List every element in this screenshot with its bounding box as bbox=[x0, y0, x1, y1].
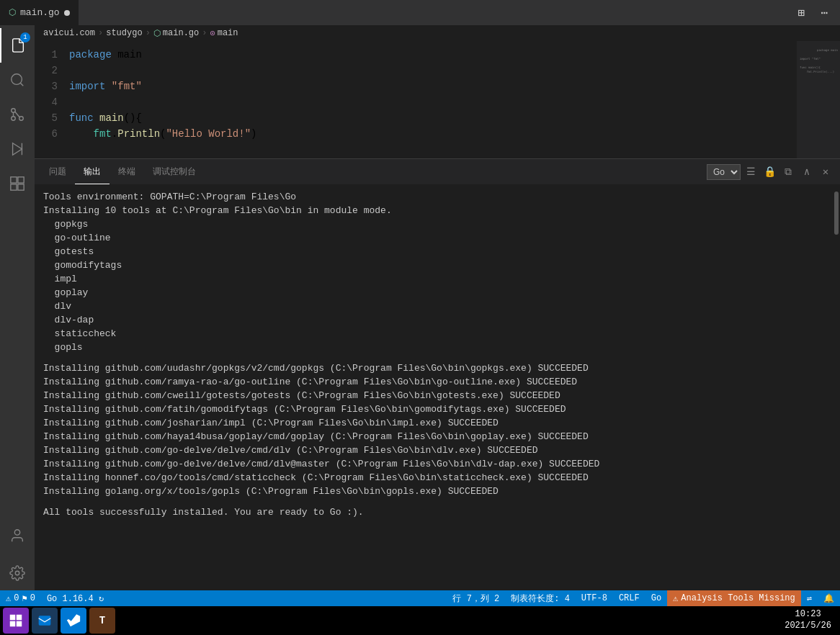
status-encoding[interactable]: UTF-8 bbox=[576, 590, 613, 606]
output-line: dlv bbox=[43, 300, 824, 313]
status-line-ending[interactable]: CRLF bbox=[613, 590, 645, 606]
output-line: Installing github.com/cweill/gotests/got… bbox=[43, 389, 824, 402]
status-right: 行 7，列 2 制表符长度: 4 UTF-8 CRLF Go ⚠ Analysi… bbox=[447, 590, 840, 606]
breadcrumb-func-icon: ⊙ bbox=[210, 28, 215, 39]
panel-lock-btn[interactable]: 🔒 bbox=[761, 163, 778, 181]
editor-tab[interactable]: ⬡ main.go bbox=[0, 0, 79, 25]
status-indent[interactable]: 制表符长度: 4 bbox=[505, 590, 576, 606]
taskbar-app-outlook[interactable] bbox=[32, 608, 58, 634]
output-line: Installing 10 tools at C:\Program Files\… bbox=[43, 204, 824, 217]
status-remote[interactable]: ⇌ bbox=[801, 590, 818, 606]
cursor-position: 行 7，列 2 bbox=[452, 593, 499, 605]
content-area: avicui.com › studygo › ⬡ main.go › ⊙ mai… bbox=[35, 25, 840, 590]
code-line-6: fmt.Println("Hello World!") bbox=[66, 126, 797, 142]
svg-rect-16 bbox=[17, 621, 22, 627]
activity-search[interactable] bbox=[0, 63, 35, 97]
warning-count: 0 bbox=[30, 593, 35, 603]
svg-rect-8 bbox=[18, 177, 24, 183]
taskbar-app-win[interactable] bbox=[3, 608, 29, 634]
output-content[interactable]: Tools environment: GOPATH=C:\Program Fil… bbox=[35, 184, 833, 590]
activity-account[interactable] bbox=[0, 521, 35, 556]
code-line-3: import "fmt" bbox=[66, 78, 797, 94]
svg-rect-7 bbox=[11, 177, 17, 183]
tab-output[interactable]: 输出 bbox=[75, 159, 110, 184]
svg-marker-5 bbox=[13, 143, 22, 156]
activity-source-control[interactable] bbox=[0, 97, 35, 132]
breadcrumb-file[interactable]: ⬡ main.go bbox=[153, 28, 199, 39]
analysis-label: Analysis Tools Missing bbox=[681, 593, 795, 603]
taskbar-app-other[interactable]: T bbox=[89, 608, 115, 634]
status-cursor[interactable]: 行 7，列 2 bbox=[447, 590, 505, 606]
code-line-1: package main bbox=[66, 47, 797, 63]
panel-list-btn[interactable]: ☰ bbox=[742, 163, 759, 181]
output-line: staticcheck bbox=[43, 327, 824, 341]
tab-problems[interactable]: 问题 bbox=[40, 159, 75, 184]
output-line: gopls bbox=[43, 341, 824, 354]
output-line: gopkgs bbox=[43, 217, 824, 231]
panel-scrollbar[interactable] bbox=[833, 184, 840, 590]
taskbar-time-value: 10:23 bbox=[785, 609, 831, 621]
activity-settings[interactable] bbox=[0, 556, 35, 590]
status-errors[interactable]: ⚠ 0 ⚑ 0 bbox=[0, 590, 41, 606]
more-button[interactable]: ⋯ bbox=[814, 3, 834, 23]
tab-modified-dot bbox=[64, 10, 70, 16]
line-ending-label: CRLF bbox=[619, 593, 640, 603]
status-go-version[interactable]: Go 1.16.4 ↻ bbox=[41, 590, 110, 606]
code-lines[interactable]: package main import "fmt" func main(){ f… bbox=[66, 41, 797, 158]
panel: 问题 输出 终端 调试控制台 Go ☰ 🔒 ⧉ bbox=[35, 158, 840, 590]
taskbar: T 10:23 2021/5/26 bbox=[0, 606, 840, 635]
status-language[interactable]: Go bbox=[645, 590, 667, 606]
output-line: impl bbox=[43, 272, 824, 286]
activity-extensions[interactable] bbox=[0, 166, 35, 201]
svg-rect-9 bbox=[11, 184, 17, 190]
panel-tab-bar: 问题 输出 终端 调试控制台 Go ☰ 🔒 ⧉ bbox=[35, 159, 840, 184]
editor-minimap: package main import "fmt" func main(){ f… bbox=[797, 41, 840, 158]
svg-rect-17 bbox=[39, 616, 51, 625]
output-line: Installing honnef.co/go/tools/cmd/static… bbox=[43, 471, 824, 485]
status-bar: ⚠ 0 ⚑ 0 Go 1.16.4 ↻ 行 7，列 2 制表符长度: 4 UTF… bbox=[0, 590, 840, 606]
code-line-2 bbox=[66, 63, 797, 78]
activity-run[interactable] bbox=[0, 132, 35, 166]
status-analysis-warning[interactable]: ⚠ Analysis Tools Missing bbox=[667, 590, 801, 606]
taskbar-apps: T bbox=[3, 608, 115, 634]
svg-rect-13 bbox=[10, 615, 16, 621]
svg-rect-14 bbox=[17, 615, 22, 621]
status-left: ⚠ 0 ⚑ 0 Go 1.16.4 ↻ bbox=[0, 590, 110, 606]
indent-label: 制表符长度: 4 bbox=[511, 593, 570, 605]
panel-copy-btn[interactable]: ⧉ bbox=[779, 163, 797, 181]
breadcrumb-symbol[interactable]: ⊙ main bbox=[210, 28, 238, 39]
panel-controls: Go ☰ 🔒 ⧉ ∧ ✕ bbox=[707, 163, 834, 181]
warning-icon: ⚑ bbox=[22, 593, 27, 604]
panel-collapse-btn[interactable]: ∧ bbox=[798, 163, 816, 181]
error-icon: ⚠ bbox=[6, 593, 11, 604]
breadcrumb-root[interactable]: avicui.com bbox=[43, 28, 95, 38]
svg-point-4 bbox=[12, 117, 16, 121]
status-notifications[interactable]: 🔔 bbox=[818, 590, 840, 606]
code-line-5: func main(){ bbox=[66, 110, 797, 126]
tab-filename: main.go bbox=[20, 7, 60, 18]
scrollbar-thumb[interactable] bbox=[834, 192, 839, 235]
code-editor[interactable]: 1 2 3 4 5 6 package main import "fmt" fu… bbox=[35, 41, 840, 158]
taskbar-clock: 10:23 2021/5/26 bbox=[785, 609, 831, 631]
output-line: goplay bbox=[43, 286, 824, 300]
tab-debug-console[interactable]: 调试控制台 bbox=[144, 159, 205, 184]
tab-terminal[interactable]: 终端 bbox=[110, 159, 144, 184]
output-line: Installing github.com/go-delve/delve/cmd… bbox=[43, 457, 824, 471]
svg-point-12 bbox=[15, 571, 19, 575]
channel-selector[interactable]: Go bbox=[707, 164, 741, 180]
go-file-icon: ⬡ bbox=[9, 7, 16, 18]
svg-rect-15 bbox=[10, 621, 16, 627]
panel-close-btn[interactable]: ✕ bbox=[817, 163, 834, 181]
output-line: dlv-dap bbox=[43, 313, 824, 327]
output-line: Installing github.com/josharian/impl (C:… bbox=[43, 416, 824, 430]
svg-line-1 bbox=[20, 83, 23, 86]
output-line: go-outline bbox=[43, 231, 824, 245]
taskbar-app-vscode[interactable] bbox=[61, 608, 86, 634]
language-label: Go bbox=[651, 593, 661, 603]
output-line-final: All tools successfully installed. You ar… bbox=[43, 505, 824, 519]
layout-button[interactable]: ⊞ bbox=[791, 3, 811, 23]
activity-explorer[interactable]: 1 bbox=[0, 28, 35, 63]
error-count: 0 bbox=[14, 593, 19, 603]
activity-bar: 1 bbox=[0, 25, 35, 590]
breadcrumb-studygo[interactable]: studygo bbox=[106, 28, 142, 38]
